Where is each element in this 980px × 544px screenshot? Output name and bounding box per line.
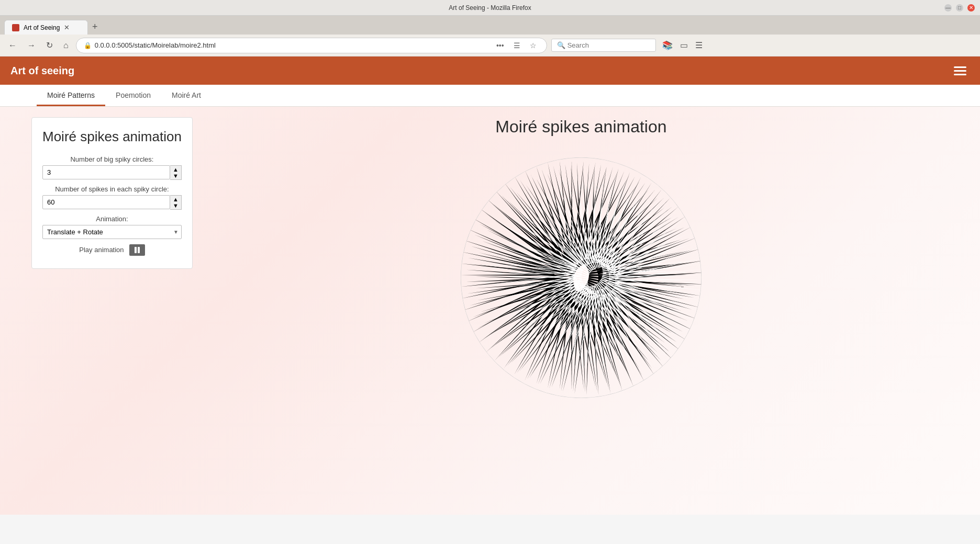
- address-text: 0.0.0.0:5005/static/Moirelab/moire2.html: [95, 41, 487, 49]
- moire-svg: [450, 147, 712, 409]
- close-button[interactable]: ✕: [967, 4, 975, 12]
- browser-title: Art of Seeing - Mozilla Firefox: [449, 4, 531, 12]
- favicon-icon: [12, 24, 19, 31]
- lock-icon: 🔒: [84, 42, 92, 49]
- sidebar-toggle-button[interactable]: ▭: [678, 38, 690, 52]
- big-circles-control: Number of big spiky circles: ▲▼: [42, 155, 182, 180]
- menu-button[interactable]: ☰: [693, 38, 705, 52]
- big-circles-row: ▲▼: [42, 165, 182, 180]
- big-circles-label: Number of big spiky circles:: [42, 155, 182, 163]
- pause-bar-1: [135, 247, 137, 253]
- animation-row: Translate + Rotate Translate Rotate ▼: [42, 225, 182, 239]
- more-button[interactable]: •••: [494, 40, 507, 51]
- svg-point-0: [461, 157, 701, 398]
- animation-control: Animation: Translate + Rotate Translate …: [42, 215, 182, 239]
- hamburger-line-1: [954, 66, 966, 68]
- right-panel: Moiré spikes animation: [214, 117, 949, 409]
- window-controls: — □ ✕: [944, 4, 975, 12]
- app-header: Art of seeing: [0, 56, 980, 85]
- hamburger-line-3: [954, 74, 966, 75]
- address-right-icons: ••• ☰ ☆: [494, 40, 539, 51]
- browser-titlebar: Art of Seeing - Mozilla Firefox — □ ✕: [0, 0, 980, 16]
- pause-icon: [135, 247, 140, 253]
- panel-title: Moiré spikes animation: [42, 128, 182, 146]
- tab-close-button[interactable]: ✕: [64, 24, 70, 31]
- play-animation-button[interactable]: [129, 244, 145, 256]
- svg-point-1: [461, 157, 701, 398]
- spikes-label: Number of spikes in each spiky circle:: [42, 185, 182, 193]
- app-nav: Moiré Patterns Poemotion Moiré Art: [0, 85, 980, 107]
- pause-bar-2: [138, 247, 140, 253]
- hamburger-line-2: [954, 70, 966, 72]
- big-circles-input[interactable]: [42, 165, 170, 179]
- tab-label: Art of Seeing: [24, 24, 60, 31]
- play-row: Play animation: [42, 244, 182, 256]
- hamburger-menu-button[interactable]: [951, 63, 970, 78]
- animation-select[interactable]: Translate + Rotate Translate Rotate: [42, 225, 182, 239]
- back-button[interactable]: ←: [5, 39, 20, 52]
- home-button[interactable]: ⌂: [60, 39, 72, 52]
- reader-mode-button[interactable]: ☰: [511, 40, 523, 51]
- address-input-wrap: 🔒 0.0.0.0:5005/static/Moirelab/moire2.ht…: [76, 38, 547, 53]
- search-bar: 🔍: [551, 39, 656, 52]
- nav-tab-moire-patterns[interactable]: Moiré Patterns: [37, 86, 105, 106]
- moire-canvas: [450, 147, 712, 409]
- controls-panel: Moiré spikes animation Number of big spi…: [31, 117, 193, 269]
- minimize-button[interactable]: —: [944, 4, 952, 12]
- big-circles-spinner[interactable]: ▲▼: [170, 165, 182, 180]
- spikes-input[interactable]: [42, 195, 170, 209]
- address-bar: ← → ↻ ⌂ 🔒 0.0.0.0:5005/static/Moirelab/m…: [0, 35, 980, 56]
- spikes-spinner[interactable]: ▲▼: [170, 195, 182, 210]
- app-logo: Art of seeing: [10, 65, 74, 77]
- search-input[interactable]: [567, 41, 655, 49]
- animation-label: Animation:: [42, 215, 182, 223]
- animation-select-wrap: Translate + Rotate Translate Rotate ▼: [42, 225, 182, 239]
- maximize-button[interactable]: □: [956, 4, 963, 12]
- spikes-row: ▲▼: [42, 195, 182, 210]
- spikes-control: Number of spikes in each spiky circle: ▲…: [42, 185, 182, 210]
- play-animation-label: Play animation: [79, 246, 124, 254]
- reload-button[interactable]: ↻: [43, 38, 56, 52]
- forward-button[interactable]: →: [24, 39, 39, 52]
- bookmark-button[interactable]: ☆: [527, 40, 539, 51]
- bookmarks-icon[interactable]: 📚: [660, 38, 675, 52]
- main-content: Moiré spikes animation Number of big spi…: [0, 107, 980, 515]
- nav-tab-moire-art[interactable]: Moiré Art: [161, 86, 211, 106]
- browser-right-icons: 📚 ▭ ☰: [660, 38, 705, 52]
- moire-pattern-group: [456, 157, 706, 398]
- nav-tab-poemotion[interactable]: Poemotion: [105, 86, 161, 106]
- browser-tab[interactable]: Art of Seeing ✕: [4, 20, 88, 35]
- search-icon: 🔍: [557, 41, 565, 49]
- new-tab-button[interactable]: +: [90, 19, 100, 35]
- main-title: Moiré spikes animation: [495, 117, 666, 137]
- tab-bar: Art of Seeing ✕ +: [0, 16, 980, 35]
